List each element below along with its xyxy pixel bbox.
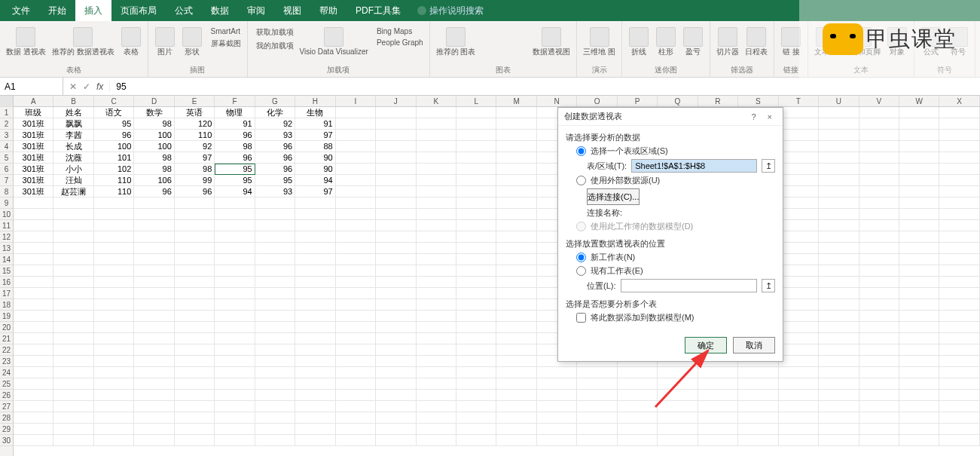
- location-picker-icon[interactable]: ↥: [762, 279, 775, 292]
- cell[interactable]: [899, 186, 939, 197]
- col-header[interactable]: R: [698, 96, 738, 106]
- cell[interactable]: [496, 118, 536, 130]
- cell[interactable]: [456, 141, 496, 152]
- cell[interactable]: 长成: [53, 141, 93, 152]
- cell[interactable]: [215, 356, 255, 367]
- cell[interactable]: [295, 322, 335, 333]
- cell[interactable]: [255, 390, 295, 401]
- cell[interactable]: [819, 197, 859, 209]
- cell[interactable]: [175, 288, 215, 299]
- cell[interactable]: [939, 118, 979, 130]
- cell[interactable]: 100: [94, 141, 134, 152]
- row-header[interactable]: 11: [0, 220, 13, 231]
- cell[interactable]: [94, 311, 134, 322]
- col-header[interactable]: M: [496, 96, 536, 106]
- cell[interactable]: [94, 367, 134, 378]
- cell[interactable]: [14, 322, 53, 333]
- cell[interactable]: 106: [134, 175, 174, 186]
- cell[interactable]: [376, 288, 416, 299]
- cell[interactable]: [698, 412, 738, 424]
- cell[interactable]: [779, 311, 819, 322]
- cell[interactable]: [376, 424, 416, 435]
- cell[interactable]: [819, 367, 859, 378]
- cell[interactable]: [456, 424, 496, 435]
- row-header[interactable]: 29: [0, 424, 13, 435]
- cell[interactable]: [376, 435, 416, 446]
- cell[interactable]: [456, 164, 496, 175]
- cell[interactable]: [819, 356, 859, 367]
- cell[interactable]: [14, 197, 53, 209]
- cell[interactable]: [819, 175, 859, 186]
- cell[interactable]: 李茜: [53, 130, 93, 141]
- cell[interactable]: [779, 254, 819, 265]
- cell[interactable]: 120: [175, 118, 215, 130]
- cell[interactable]: [215, 333, 255, 344]
- cell[interactable]: [134, 209, 174, 220]
- cell[interactable]: 98: [134, 152, 174, 164]
- cell[interactable]: [698, 435, 738, 446]
- cell[interactable]: [14, 424, 53, 435]
- cancel-button[interactable]: 取消: [733, 337, 775, 353]
- input-table-range[interactable]: [631, 159, 757, 173]
- cell[interactable]: [134, 265, 174, 277]
- cell[interactable]: [698, 401, 738, 412]
- cell[interactable]: [496, 401, 536, 412]
- cell[interactable]: [417, 356, 456, 367]
- cell[interactable]: [215, 254, 255, 265]
- cell[interactable]: [899, 118, 939, 130]
- cell[interactable]: 化学: [255, 107, 295, 118]
- cell[interactable]: [255, 299, 295, 311]
- cell[interactable]: [336, 243, 376, 254]
- cell[interactable]: [336, 378, 376, 390]
- cell[interactable]: [779, 118, 819, 130]
- cell[interactable]: [899, 311, 939, 322]
- cancel-icon[interactable]: ✕: [69, 81, 77, 92]
- cell[interactable]: [336, 231, 376, 243]
- cell[interactable]: 物理: [215, 107, 255, 118]
- cell[interactable]: [899, 197, 939, 209]
- pictures-button[interactable]: 图片: [154, 27, 176, 57]
- cell[interactable]: [899, 130, 939, 141]
- input-location[interactable]: [621, 279, 758, 292]
- cell[interactable]: [859, 130, 899, 141]
- cell[interactable]: [658, 435, 698, 446]
- cell[interactable]: [859, 288, 899, 299]
- cell[interactable]: [779, 401, 819, 412]
- cell[interactable]: [819, 277, 859, 288]
- row-header[interactable]: 28: [0, 412, 13, 424]
- cell[interactable]: [537, 435, 577, 446]
- cell[interactable]: [456, 401, 496, 412]
- cell[interactable]: 96: [215, 130, 255, 141]
- cell[interactable]: [618, 435, 658, 446]
- tab-review[interactable]: 审阅: [238, 0, 274, 21]
- row-header[interactable]: 15: [0, 265, 13, 277]
- cell[interactable]: [537, 378, 577, 390]
- cell[interactable]: [939, 311, 979, 322]
- cell[interactable]: [496, 344, 536, 356]
- shapes-button[interactable]: 形状: [182, 27, 203, 57]
- cell[interactable]: [94, 424, 134, 435]
- cell[interactable]: [215, 209, 255, 220]
- cell[interactable]: [295, 197, 335, 209]
- cell[interactable]: [577, 435, 617, 446]
- cell[interactable]: [336, 288, 376, 299]
- cell[interactable]: [496, 152, 536, 164]
- row-header[interactable]: 17: [0, 288, 13, 299]
- cell[interactable]: [417, 164, 456, 175]
- cell[interactable]: [537, 390, 577, 401]
- cell[interactable]: [134, 356, 174, 367]
- formula-value[interactable]: 95: [110, 81, 132, 92]
- cell[interactable]: [417, 390, 456, 401]
- cell[interactable]: [336, 322, 376, 333]
- row-header[interactable]: 25: [0, 378, 13, 390]
- cell[interactable]: [456, 333, 496, 344]
- cell[interactable]: [779, 141, 819, 152]
- cell[interactable]: [819, 299, 859, 311]
- cell[interactable]: [53, 367, 93, 378]
- cell[interactable]: [859, 107, 899, 118]
- cell[interactable]: [859, 424, 899, 435]
- cell[interactable]: [698, 378, 738, 390]
- cell[interactable]: [175, 344, 215, 356]
- col-header[interactable]: D: [134, 96, 174, 106]
- cell[interactable]: [456, 311, 496, 322]
